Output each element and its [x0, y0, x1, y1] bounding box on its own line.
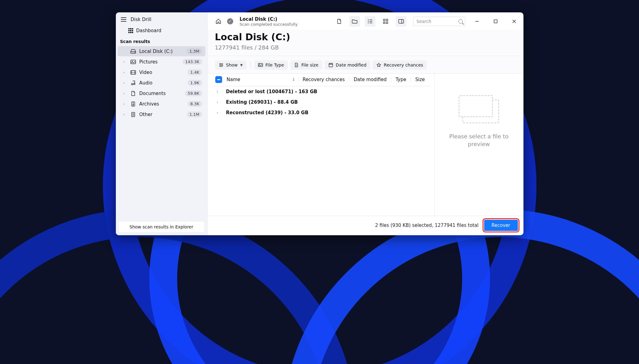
search-input[interactable]: [413, 17, 465, 26]
row-text: Reconstructed (4239) - 33.0 GB: [222, 110, 309, 115]
table-pane: Name↓ Recovery chances Date modified Typ…: [208, 74, 434, 216]
svg-point-17: [368, 21, 369, 22]
recovery-chances-filter[interactable]: Recovery chances: [373, 60, 427, 70]
disk-icon: [130, 49, 136, 54]
table-header: Name↓ Recovery chances Date modified Typ…: [212, 74, 431, 86]
chevron-right-icon: ›: [123, 91, 127, 96]
main-pane: ✓ Local Disk (C:) Scan completed success…: [208, 12, 523, 235]
date-modified-label: Date modified: [336, 63, 366, 67]
separator: [250, 61, 251, 69]
svg-point-7: [131, 83, 133, 85]
minimize-button[interactable]: [470, 15, 484, 28]
sidebar-footer: Show scan results in Explorer: [116, 219, 207, 235]
sidebar-item-audio[interactable]: › Audio 1.9K: [118, 78, 205, 88]
picture-icon: [130, 60, 136, 64]
date-modified-filter[interactable]: Date modified: [325, 60, 370, 70]
sidebar-item-count: 59.8K: [185, 90, 202, 96]
hamburger-icon[interactable]: [121, 17, 126, 22]
sidebar-item-documents[interactable]: › Documents 59.8K: [118, 88, 205, 98]
close-button[interactable]: [507, 15, 521, 28]
svg-rect-23: [386, 19, 388, 21]
sidebar-item-dashboard[interactable]: Dashboard: [116, 25, 207, 35]
column-type[interactable]: Type: [391, 77, 410, 82]
app-window: Disk Drill Dashboard Scan results Local …: [116, 12, 523, 235]
table-row[interactable]: › Deleted or lost (1004671) - 163 GB: [212, 86, 431, 97]
show-label: Show: [226, 63, 238, 67]
sidebar-item-archives[interactable]: › Archives 8.3K: [118, 99, 205, 109]
column-recovery-chances[interactable]: Recovery chances: [298, 77, 349, 82]
file-size-filter[interactable]: File size: [290, 60, 322, 70]
sidebar-item-video[interactable]: › Video 1.4K: [118, 67, 205, 77]
maximize-button[interactable]: [489, 15, 502, 28]
select-all-checkbox[interactable]: [213, 76, 224, 83]
preview-pane-icon[interactable]: [396, 16, 406, 27]
svg-point-36: [221, 65, 222, 66]
recovery-chances-label: Recovery chances: [384, 63, 423, 67]
svg-rect-22: [383, 19, 385, 21]
other-icon: [130, 112, 136, 117]
recover-button[interactable]: Recover: [484, 220, 518, 231]
document-icon: [130, 91, 136, 96]
sidebar-item-other[interactable]: › Other 1.1M: [118, 109, 205, 119]
archive-icon: [130, 102, 136, 106]
grid-view-icon[interactable]: [380, 16, 391, 27]
dashboard-label: Dashboard: [136, 28, 161, 33]
chevron-right-icon: ›: [123, 70, 127, 75]
chevron-right-icon: ›: [123, 60, 127, 64]
sidebar-item-label: Other: [139, 112, 184, 117]
audio-icon: [130, 80, 136, 85]
picture-icon: [258, 63, 263, 67]
chevron-right-icon[interactable]: ›: [213, 89, 222, 94]
selection-status: 2 files (930 KB) selected, 1277941 files…: [375, 223, 484, 228]
column-size[interactable]: Size: [411, 77, 429, 82]
sidebar-item-pictures[interactable]: › Pictures 143.3K: [118, 57, 205, 67]
home-icon[interactable]: [215, 18, 222, 25]
chevron-right-icon: ›: [123, 112, 127, 117]
sidebar-item-label: Documents: [139, 91, 182, 96]
sidebar: Disk Drill Dashboard Scan results Local …: [116, 12, 208, 235]
app-title: Disk Drill: [131, 17, 151, 22]
svg-point-39: [259, 64, 260, 65]
chevron-right-icon: ›: [123, 81, 127, 85]
show-in-explorer-button[interactable]: Show scan results in Explorer: [119, 222, 204, 232]
folder-icon[interactable]: [349, 16, 360, 27]
footer: 2 files (930 KB) selected, 1277941 files…: [208, 216, 523, 235]
document-icon: [294, 63, 299, 67]
svg-point-16: [368, 20, 369, 20]
svg-rect-25: [386, 22, 388, 24]
sidebar-item-label: Pictures: [139, 59, 179, 65]
svg-point-0: [134, 52, 135, 53]
breadcrumb: Local Disk (C:) Scan completed successfu…: [239, 16, 298, 27]
star-icon: [376, 63, 381, 67]
list-view-icon[interactable]: [365, 16, 375, 27]
sidebar-item-local-disk[interactable]: Local Disk (C:) 1.3M: [118, 46, 205, 56]
file-type-label: File Type: [265, 63, 284, 67]
content-row: Name↓ Recovery chances Date modified Typ…: [208, 74, 523, 216]
column-date-modified[interactable]: Date modified: [349, 77, 391, 82]
filter-row: Show ▼ File Type File size Date modified…: [208, 56, 523, 74]
table-row[interactable]: › Reconstructed (4239) - 33.0 GB: [212, 107, 431, 118]
dashboard-icon: [128, 28, 133, 33]
sidebar-item-count: 143.3K: [182, 59, 202, 65]
sidebar-item-count: 8.3K: [187, 101, 202, 107]
svg-rect-26: [399, 20, 404, 23]
page-subtitle: 1277941 files / 284 GB: [215, 44, 516, 51]
table-row[interactable]: › Existing (269031) - 88.4 GB: [212, 97, 431, 107]
breadcrumb-subtitle: Scan completed successfully: [240, 22, 298, 27]
svg-point-37: [220, 66, 221, 67]
file-icon[interactable]: [334, 16, 344, 27]
column-name[interactable]: Name↓: [224, 77, 298, 82]
show-filter[interactable]: Show ▼: [215, 60, 247, 70]
preview-empty-text: Please select a file to preview: [435, 132, 523, 148]
file-type-filter[interactable]: File Type: [254, 60, 288, 70]
scan-results-heading: Scan results: [116, 37, 207, 46]
breadcrumb-title: Local Disk (C:): [240, 16, 298, 22]
sort-arrow-icon: ↓: [292, 77, 295, 82]
chevron-right-icon[interactable]: ›: [213, 100, 222, 104]
sidebar-item-label: Local Disk (C:): [139, 49, 184, 54]
scan-status-icon: ✓: [227, 18, 234, 25]
svg-point-2: [132, 61, 133, 62]
svg-rect-11: [133, 104, 133, 105]
chevron-right-icon[interactable]: ›: [213, 110, 222, 115]
sidebar-item-label: Archives: [139, 101, 185, 107]
